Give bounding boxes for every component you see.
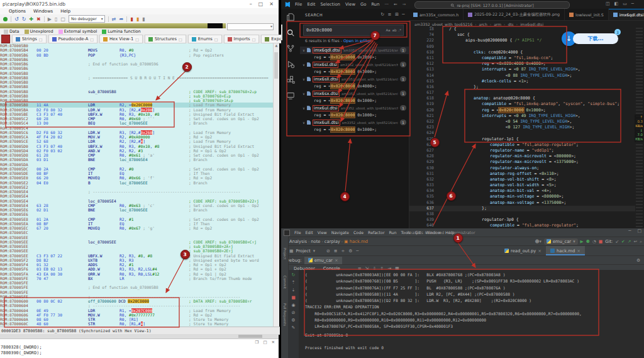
code-line[interactable]: 611compatible = "fsl,imx6q-ccm"; xyxy=(409,55,635,61)
asm-row[interactable]: ROM:878005B8 xyxy=(0,80,273,84)
search-result-match[interactable]: reg = <0x020c8000 0x4000>; xyxy=(300,83,409,91)
asm-row[interactable]: ROM:878005FE xyxy=(0,281,273,285)
toggle-sidebar-icon[interactable]: ◧ xyxy=(614,1,619,6)
code-line[interactable]: 625regulator-1p1 { xyxy=(409,137,635,142)
asm-row[interactable]: ROM:878005DE08 BFITEQ; If Then xyxy=(0,171,273,176)
asm-row[interactable]: ROM:878005B6 xyxy=(0,57,273,62)
asm-row[interactable]: ROM:878005C4 xyxy=(0,126,273,130)
code-line[interactable]: 610clks: ccm@020c4000 { xyxy=(409,50,635,55)
code-line[interactable]: 633anatop-vol-bit-width = <5>; xyxy=(409,182,635,188)
debug-console-output[interactable]: ( unknown[0x878003A8])[EE 00 00 FA ]: BL… xyxy=(299,270,644,358)
search-result-match[interactable]: reg = <0x020c8000 0x1000>; xyxy=(300,69,409,76)
breadcrumb-item[interactable]: am3352_uboot_with_tps65216 xyxy=(414,22,472,26)
asm-row[interactable]: ROM:878005CA4F F4 20 02MOV.WR2, #0xA0000… xyxy=(0,135,273,139)
code-line[interactable]: 637}; xyxy=(409,206,635,211)
code-line[interactable]: 638 xyxy=(409,211,635,217)
maximize-icon[interactable]: □ xyxy=(258,1,264,7)
menu-item-options[interactable]: Options xyxy=(9,9,26,14)
search-result-file[interactable]: ∨imx6sx.dtsiam3352_uboot_with_tps65216/a… xyxy=(300,90,409,98)
search-result-match[interactable]: reg = <0x020c8000 0x1000>; xyxy=(300,112,409,120)
asm-row[interactable]: ROM:878005BAD2 F8 80 32LDR.WR3, [R2,#0x2… xyxy=(0,108,273,112)
asm-row[interactable]: ROM:878005B8 xyxy=(0,71,273,76)
breadcrumb-item[interactable]: imx6qdl.dtsi xyxy=(520,22,543,26)
asm-row[interactable]: ROM:878005EEloc_878005EE; CODE XREF: sub… xyxy=(0,240,273,244)
asm-row[interactable]: ROM:878005FE; End of function sub_878005… xyxy=(0,285,273,289)
search-result-file[interactable]: ∨imx6ull.dtsiam3352_uboot_with_tps65216/… xyxy=(300,119,409,126)
add-icon[interactable]: ✚ xyxy=(29,16,33,22)
asm-row[interactable]: ROM:878005EA08 BFITEQ; If Then xyxy=(0,221,273,226)
code-line[interactable]: 615#clock-cells = <1>; xyxy=(409,79,635,84)
intellij-titlebar[interactable]: FileEditViewNavigateCodeRefactorRunTools… xyxy=(281,228,644,237)
editor-tab-am335x_common-h[interactable]: am335x_common.h xyxy=(409,9,464,20)
asm-row[interactable]: ROM:878005EC67 20MOVEQR0, #0x67 ; 'g'; R… xyxy=(0,226,273,230)
git-update-icon[interactable]: ↙ xyxy=(615,239,619,244)
minimize-icon[interactable]: – xyxy=(250,1,252,7)
asm-row[interactable]: ROM:878005C6D2 F8 60 32LDR.WR3, [R2,#0x2… xyxy=(0,130,273,135)
asm-row[interactable]: ROM:878005B6; End of function sub_878005… xyxy=(0,62,273,66)
asm-row[interactable]: ROM:878005EC xyxy=(0,230,273,235)
lumina-status-icon[interactable] xyxy=(3,17,8,21)
remote-explorer-icon[interactable] xyxy=(281,87,300,103)
menu-item-···[interactable]: ··· xyxy=(385,2,389,7)
asm-row[interactable]: ROM:878005B8; sub_87800768+E↓p xyxy=(0,94,273,98)
debug-session-tab[interactable]: emu_car × xyxy=(304,257,342,264)
code-line[interactable]: 619compatible = "fsl,imx6q-anatop", "sys… xyxy=(409,101,635,107)
run-icon[interactable]: ▶ xyxy=(48,16,52,22)
settings-icon[interactable]: ⚙ xyxy=(348,249,352,254)
asm-row[interactable]: ROM:8780060000 80 0C 02off_87800600 DCD … xyxy=(0,299,273,303)
code-line[interactable]: 623<0 127 IRQ_TYPE_LEVEL_HIGH>; xyxy=(409,125,635,130)
asm-row[interactable]: ROM:878005EE; sub_878005B8+2E↑j xyxy=(0,249,273,253)
menu-item-edit[interactable]: Edit xyxy=(306,230,313,235)
tab-enums[interactable]: Enums□ xyxy=(188,35,222,43)
code-line[interactable]: 639regulator-3p0 { xyxy=(409,217,635,223)
asm-row[interactable]: ROM:878005FE; --------------------------… xyxy=(0,294,273,299)
asm-row[interactable]: ROM:878005B6 xyxy=(0,66,273,70)
tab-hex-view-1[interactable]: Hex View-1□ xyxy=(99,35,143,43)
code-line[interactable]: 622<0 54 IRQ_TYPE_LEVEL_HIGH>, xyxy=(409,119,635,125)
search-everywhere-icon[interactable]: ⌕ xyxy=(640,239,642,244)
view-breakpoints-icon[interactable]: ◉ xyxy=(291,303,295,308)
code-line[interactable]: 612reg = <0x020c4000 0x4000>; xyxy=(409,61,635,67)
tab-strings[interactable]: Strings□ xyxy=(12,35,47,43)
close-icon[interactable]: × xyxy=(335,258,338,263)
open-in-editor-link[interactable]: Open in editor xyxy=(343,38,371,43)
close-icon[interactable]: ✕ xyxy=(272,340,275,345)
code-line[interactable]: 635anatop-min-voltage = <800000>; xyxy=(409,194,635,199)
code-line[interactable]: 629regulator-max-microvolt = <1375000>; xyxy=(409,159,635,165)
asm-row[interactable]: ROM:878005FE xyxy=(0,290,273,294)
settings-icon[interactable]: ⚙ xyxy=(291,318,295,323)
code-line[interactable]: 613interrupts = <0 87 IRQ_TYPE_LEVEL_HIG… xyxy=(409,67,635,72)
restore-icon[interactable]: ❐ xyxy=(255,340,259,345)
search-result-match[interactable]: reg = <0x020c8000 0x1000>; xyxy=(300,54,409,62)
ida-navigation-band[interactable] xyxy=(0,23,226,28)
breadcrumb-item[interactable]: ▣ hack.md xyxy=(344,239,368,244)
settings-icon[interactable]: ⚙ xyxy=(636,258,644,263)
menu-item-navigate[interactable]: Navigate xyxy=(331,230,349,235)
history-icon[interactable]: ↩ xyxy=(633,239,637,244)
code-line[interactable]: 620reg = <0x020c8000 0x1000>; xyxy=(409,108,635,113)
listing-hscrollbar[interactable] xyxy=(0,334,279,338)
menu-item-edit[interactable]: Edit xyxy=(307,2,315,7)
asm-row[interactable]: ROM:878005B8; =============== S U B R O … xyxy=(0,76,273,80)
code-line[interactable]: 627regulator-name = "vdd1p1"; xyxy=(409,148,635,154)
nav-forward-icon[interactable]: → xyxy=(402,2,406,7)
ida-titlebar[interactable]: p\carplay\BOX0725.bin.idb – □ ✕ xyxy=(0,0,279,8)
stop-icon[interactable]: ■ xyxy=(291,295,296,300)
listing-scrollbar[interactable]: ▲ xyxy=(273,43,279,327)
search-result-match[interactable]: reg = <0x020c8000 0x1000>; xyxy=(300,98,409,105)
asm-row[interactable]: ROM:878005E2 xyxy=(0,185,273,189)
search-icon[interactable] xyxy=(281,25,300,40)
breadcrumb-item[interactable]: arm xyxy=(494,22,501,26)
asm-row[interactable]: ROM:8780060C48 60STRR0, [R1,#4]; Store t… xyxy=(0,322,273,326)
flag-gray-icon[interactable]: ▮ xyxy=(142,16,145,22)
refresh-icon[interactable]: ↻ xyxy=(380,12,384,17)
menu-item-view[interactable]: View xyxy=(318,230,327,235)
run-debug-icon[interactable] xyxy=(281,56,300,72)
project-dropdown[interactable]: Project xyxy=(296,249,310,254)
tab-imports[interactable]: Imports□ xyxy=(224,35,260,43)
tool-button-project[interactable]: Project xyxy=(283,248,287,259)
asm-row[interactable]: ROM:878005FE70 47BXLR; Branch to/from Th… xyxy=(0,276,273,281)
code-line[interactable]: 634anatop-min-bit-val = <4>; xyxy=(409,188,635,194)
ida-disassembly-listing[interactable]: ROM:878005B0ROM:878005B400 20MOVSR0, #0;… xyxy=(0,43,273,327)
tool-button-commit[interactable]: Commit xyxy=(283,276,287,289)
